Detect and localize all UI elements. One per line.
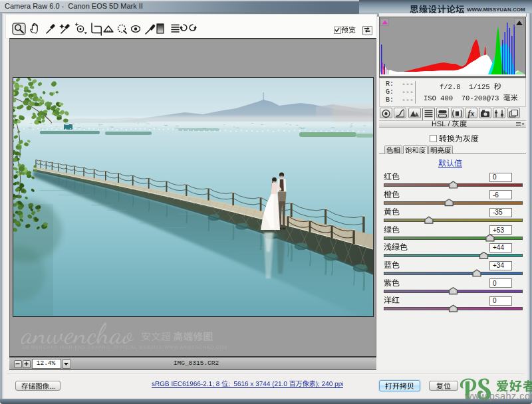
svg-text:fx: fx	[467, 109, 474, 118]
